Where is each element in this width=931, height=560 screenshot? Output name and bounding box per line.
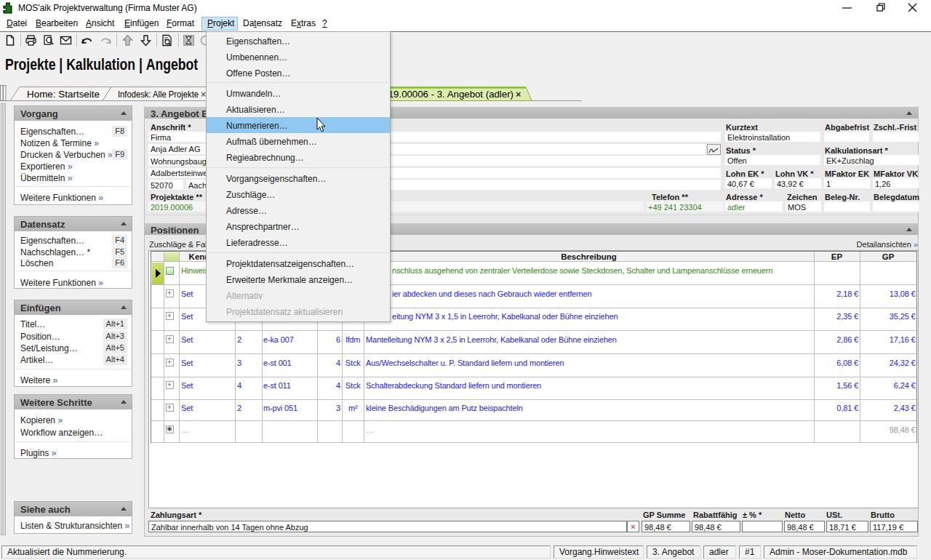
- svg-text:2019.00006 - 3. Angebot (adler: 2019.00006 - 3. Angebot (adler): [377, 89, 514, 100]
- svg-text:Infodesk: Alle Projekte: Infodesk: Alle Projekte: [118, 89, 199, 100]
- svg-text:Home: Startseite: Home: Startseite: [27, 89, 100, 100]
- svg-text:×: ×: [516, 89, 521, 100]
